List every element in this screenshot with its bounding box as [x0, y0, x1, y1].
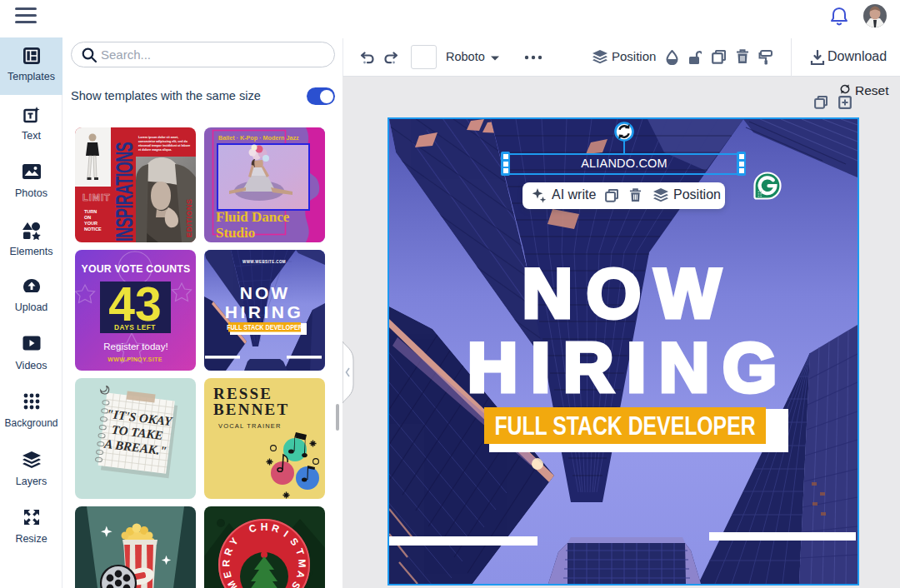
svg-text:EDITIONS: EDITIONS	[185, 198, 193, 237]
svg-text:VOCAL TRAINER: VOCAL TRAINER	[218, 422, 282, 430]
svg-text:YOUR: YOUR	[84, 221, 98, 226]
svg-text:Lorem ipsum dolor sit amet,: Lorem ipsum dolor sit amet,	[138, 136, 178, 139]
svg-text:DAYS LEFT: DAYS LEFT	[114, 323, 156, 331]
svg-text:R: R	[220, 559, 232, 566]
svg-text:H: H	[261, 521, 268, 533]
svg-text:Ballet · K-Pop · Modern Jazz: Ballet · K-Pop · Modern Jazz	[218, 134, 299, 142]
svg-text:WWW.WEBSITE.COM: WWW.WEBSITE.COM	[242, 260, 286, 264]
svg-text:TURN: TURN	[84, 209, 97, 214]
svg-text:consectetur adipiscing elit, s: consectetur adipiscing elit, sed do	[138, 140, 188, 143]
svg-text:Fluid Dance: Fluid Dance	[216, 209, 290, 225]
svg-text:Studio: Studio	[216, 225, 255, 241]
svg-text:FULL STACK DEVELOPER: FULL STACK DEVELOPER	[227, 323, 302, 331]
svg-text:et dolore magna aliqua.: et dolore magna aliqua.	[138, 148, 172, 152]
svg-text:M: M	[296, 559, 308, 567]
svg-text:BENNET: BENNET	[213, 401, 289, 418]
svg-text:Register today!: Register today!	[103, 341, 168, 351]
svg-text:NOW: NOW	[240, 283, 290, 302]
svg-text:WWW.PINOY.SITE: WWW.PINOY.SITE	[108, 356, 162, 362]
svg-text:NOTICE: NOTICE	[84, 227, 102, 232]
svg-text:RESSE: RESSE	[213, 385, 272, 402]
svg-text:INSPIRATIONS: INSPIRATIONS	[111, 142, 138, 242]
svg-text:HIRING: HIRING	[225, 302, 304, 321]
svg-text:LIMIT: LIMIT	[82, 192, 111, 202]
svg-text:YOUR VOTE COUNTS: YOUR VOTE COUNTS	[82, 263, 191, 275]
svg-text:ON: ON	[84, 215, 91, 220]
svg-text:eiusmod tempor incididunt ut l: eiusmod tempor incididunt ut labore	[138, 144, 190, 147]
